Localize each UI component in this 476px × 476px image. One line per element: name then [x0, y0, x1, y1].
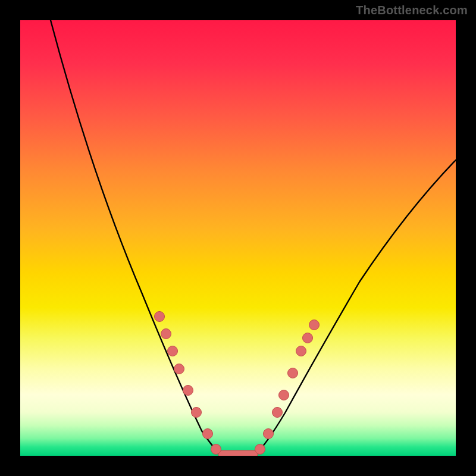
- curve-right-branch: [255, 160, 456, 455]
- marker-dot: [255, 444, 265, 455]
- marker-dot: [161, 329, 171, 339]
- marker-dot: [155, 312, 165, 322]
- marker-dot: [303, 333, 313, 343]
- marker-dot: [203, 429, 213, 439]
- marker-dot: [174, 364, 184, 374]
- watermark-text: TheBottleneck.com: [356, 4, 468, 17]
- marker-dot: [183, 386, 193, 396]
- marker-dot: [264, 429, 274, 439]
- marker-dot: [273, 408, 283, 418]
- marker-dot: [296, 346, 306, 356]
- marker-dot: [279, 390, 289, 400]
- plot-area: [20, 20, 456, 456]
- marker-dot: [309, 320, 320, 330]
- chart-stage: TheBottleneck.com: [0, 0, 476, 476]
- marker-dot: [168, 346, 178, 356]
- marker-dot: [192, 408, 202, 418]
- flat-bottom-marker: [218, 450, 258, 456]
- curve-left-branch: [51, 20, 221, 455]
- marker-dot: [211, 444, 221, 455]
- marker-dot: [288, 368, 298, 378]
- chart-svg: [20, 20, 456, 456]
